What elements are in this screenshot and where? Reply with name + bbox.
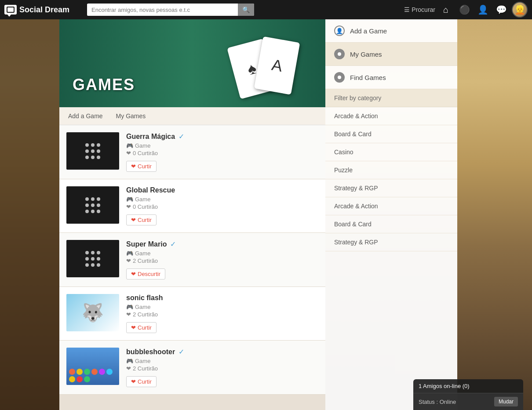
game-type-guerra-magica: 🎮 Game [126, 142, 318, 149]
category-puzzle[interactable]: Puzzle [325, 161, 457, 179]
curtir-button-bubbleshooter[interactable]: ❤ Curtir [126, 376, 157, 387]
procurar-button[interactable]: ☰ Procurar [404, 6, 435, 13]
game-thumb-global-rescue [66, 186, 119, 224]
game-info-sonic-flash: sonic flash 🎮 Game ❤ 2 Curtirão ❤ Curtir [126, 294, 318, 333]
category-strategy-rgp-1[interactable]: Strategy & RGP [325, 179, 457, 197]
heart-icon-small-bb: ❤ [126, 365, 131, 372]
sidebar-find-games[interactable]: Find Games [325, 66, 457, 89]
status-text: Status : Online [419, 399, 456, 405]
game-card-super-mario: Super Mario ✓ 🎮 Game ❤ 2 Curtirão ❤ Desc… [59, 233, 325, 287]
game-name-sonic-flash: sonic flash [126, 294, 163, 302]
curtir-button-guerra-magica[interactable]: ❤ Curtir [126, 161, 157, 172]
gamepad-icon: 🎮 [126, 142, 133, 149]
category-arcade-action-1[interactable]: Arcade & Action [325, 107, 457, 125]
heart-icon-small-gr: ❤ [126, 203, 131, 210]
chat-bar: 1 Amigos on-line (0) Status : Online Mud… [413, 379, 523, 410]
chat-icon: 💬 [496, 4, 507, 15]
home-icon: ⌂ [443, 5, 448, 15]
main-wrapper: ♠ A GAMES Add a Game My Games [0, 0, 532, 410]
my-games-icon [334, 49, 345, 59]
gamepad-icon-gr: 🎮 [126, 196, 133, 203]
category-strategy-rgp-2[interactable]: Strategy & RGP [325, 233, 457, 251]
verified-icon-guerra-magica: ✓ [179, 132, 184, 141]
user-avatar[interactable]: 👱 [512, 2, 528, 18]
chat-title: 1 Amigos on-line (0) [419, 383, 470, 389]
game-likes-global-rescue: ❤ 0 Curtirão [126, 203, 318, 210]
heart-icon-small-sm: ❤ [126, 258, 131, 264]
descurtir-button-super-mario[interactable]: ❤ Descurtir [126, 268, 165, 279]
hero-my-games-link[interactable]: My Games [116, 111, 146, 121]
game-card-guerra-magica: Guerra Mágica ✓ 🎮 Game ❤ 0 Curtirão ❤ Cu… [59, 125, 325, 179]
game-info-bubbleshooter: bubbleshooter ✓ 🎮 Game ❤ 2 Curtirão ❤ Cu… [126, 348, 318, 387]
chat-button[interactable]: 💬 [493, 2, 509, 18]
game-likes-sonic-flash: ❤ 2 Curtirão [126, 311, 318, 318]
procurar-label: Procurar [412, 6, 435, 13]
heart-icon-small: ❤ [126, 150, 131, 156]
category-board-card-2[interactable]: Board & Card [325, 215, 457, 233]
hero-title: GAMES [73, 76, 135, 94]
game-card-sonic-flash: 🐺 sonic flash 🎮 Game ❤ 2 Curtirão [59, 287, 325, 341]
category-casino[interactable]: Casino [325, 143, 457, 161]
search-button[interactable]: 🔍 [238, 4, 254, 16]
verified-icon-super-mario: ✓ [170, 240, 176, 248]
search-input[interactable] [87, 4, 238, 16]
game-thumb-guerra-magica [66, 132, 119, 170]
mudar-button[interactable]: Mudar [494, 397, 518, 406]
game-name-bubbleshooter: bubbleshooter [126, 348, 175, 356]
add-game-label: Add a Game [350, 27, 387, 35]
game-type-global-rescue: 🎮 Game [126, 196, 318, 203]
game-card-global-rescue: Global Rescue 🎮 Game ❤ 0 Curtirão ❤ Curt… [59, 179, 325, 233]
category-arcade-action-2[interactable]: Arcade & Action [325, 197, 457, 215]
find-games-label: Find Games [350, 74, 386, 81]
gamepad-icon-sf: 🎮 [126, 304, 133, 310]
sidebar-my-games[interactable]: My Games [325, 43, 457, 66]
logo[interactable]: Social Dream [4, 5, 84, 15]
heart-icon-sm: ❤ [131, 271, 136, 277]
heart-icon-gr: ❤ [131, 217, 136, 223]
game-type-super-mario: 🎮 Game [126, 250, 318, 257]
home-button[interactable]: ⌂ [438, 2, 454, 18]
chat-bar-header: 1 Amigos on-line (0) [413, 379, 523, 393]
heart-icon-bb: ❤ [131, 378, 136, 385]
add-game-icon: 👤 [334, 25, 345, 36]
left-bg [0, 19, 59, 410]
game-name-global-rescue: Global Rescue [126, 186, 175, 194]
find-games-icon [334, 72, 345, 83]
bell-icon: ⚫ [459, 4, 470, 15]
hero-cards: ♠ A [220, 24, 308, 103]
menu-icon: ☰ [404, 6, 410, 13]
game-card-bubbleshooter: bubbleshooter ✓ 🎮 Game ❤ 2 Curtirão ❤ Cu… [59, 341, 325, 395]
center-content: ♠ A GAMES Add a Game My Games [59, 19, 325, 410]
filter-header: Filter by category [325, 89, 457, 107]
game-likes-super-mario: ❤ 2 Curtirão [126, 258, 318, 264]
chat-status-row: Status : Online Mudar [413, 393, 523, 410]
search-container: 🔍 [87, 4, 254, 16]
curtir-button-global-rescue[interactable]: ❤ Curtir [126, 214, 157, 225]
gamepad-icon-bb: 🎮 [126, 358, 133, 364]
hero-nav: Add a Game My Games [59, 107, 325, 125]
curtir-button-sonic-flash[interactable]: ❤ Curtir [126, 322, 157, 333]
game-thumb-super-mario [66, 240, 119, 277]
sidebar-add-game[interactable]: 👤 Add a Game [325, 19, 457, 43]
category-board-card-1[interactable]: Board & Card [325, 125, 457, 143]
game-name-guerra-magica: Guerra Mágica [126, 133, 175, 141]
verified-icon-bubbleshooter: ✓ [179, 348, 184, 356]
game-info-guerra-magica: Guerra Mágica ✓ 🎮 Game ❤ 0 Curtirão ❤ Cu… [126, 132, 318, 172]
game-likes-guerra-magica: ❤ 0 Curtirão [126, 150, 318, 156]
game-thumb-bubbleshooter [66, 348, 119, 385]
hero-add-game-link[interactable]: Add a Game [68, 111, 103, 121]
navbar-right: ☰ Procurar ⌂ ⚫ 👤 💬 👱 [404, 2, 528, 18]
svg-rect-1 [7, 7, 14, 12]
friends-button[interactable]: 👤 [475, 2, 491, 18]
game-type-sonic-flash: 🎮 Game [126, 304, 318, 310]
game-info-super-mario: Super Mario ✓ 🎮 Game ❤ 2 Curtirão ❤ Desc… [126, 240, 318, 279]
game-thumb-sonic-flash: 🐺 [66, 294, 119, 331]
notifications-button[interactable]: ⚫ [456, 2, 472, 18]
game-likes-bubbleshooter: ❤ 2 Curtirão [126, 365, 318, 372]
heart-icon-small-sf: ❤ [126, 311, 131, 318]
game-type-bubbleshooter: 🎮 Game [126, 358, 318, 364]
game-list: Guerra Mágica ✓ 🎮 Game ❤ 0 Curtirão ❤ Cu… [59, 125, 325, 395]
game-info-global-rescue: Global Rescue 🎮 Game ❤ 0 Curtirão ❤ Curt… [126, 186, 318, 225]
logo-icon [4, 5, 17, 15]
heart-icon-sf: ❤ [131, 324, 136, 331]
